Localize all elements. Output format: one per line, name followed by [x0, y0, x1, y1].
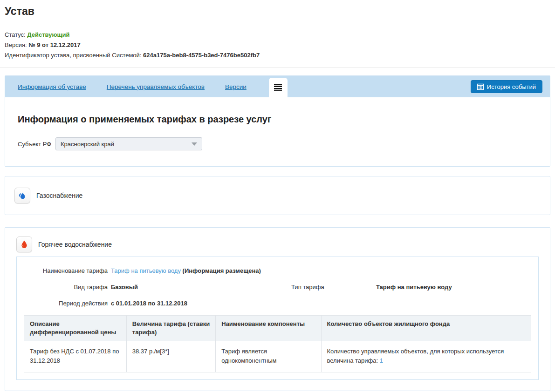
page-title: Устав — [5, 4, 550, 19]
tariff-details-box: Наименование тарифа Тариф на питьевую во… — [16, 257, 539, 380]
tariff-period-label: Период действия — [24, 299, 108, 308]
status-value: Действующий — [27, 31, 69, 38]
status-line: Статус: Действующий — [5, 30, 550, 40]
history-button-label: История событий — [487, 83, 536, 90]
subject-select-value: Красноярский край — [61, 141, 192, 148]
gas-service-toggle[interactable] — [14, 188, 30, 203]
tariff-name-value: Тариф на питьевую воду (Информация разме… — [111, 266, 531, 275]
tariff-name-link[interactable]: Тариф на питьевую воду — [111, 267, 181, 274]
tariff-name-status: (Информация размещена) — [183, 267, 261, 274]
identifier-line: Идентификатор устава, присвоенный Систем… — [5, 50, 550, 61]
hot-water-service-toggle[interactable] — [16, 237, 32, 252]
header-tariff-value: Величина тарифа (ставки тарифа) — [126, 316, 215, 341]
tariff-name-label: Наименование тарифа — [24, 266, 108, 275]
tariff-period-value: с 01.01.2018 по 31.12.2018 — [111, 300, 187, 307]
page-header: Устав — [0, 0, 555, 19]
tab-managed-objects[interactable]: Перечень управляемых объектов — [107, 83, 205, 90]
status-label: Статус: — [5, 31, 26, 38]
tariffs-panel-body: Информация о применяемых тарифах в разре… — [5, 97, 550, 166]
subject-select[interactable]: Красноярский край — [55, 137, 202, 150]
calendar-icon — [477, 83, 484, 90]
list-icon — [274, 84, 282, 91]
cell-tariff-value: 38.37 р./м[3*] — [126, 341, 215, 372]
hot-water-header: Горячее водоснабжение — [16, 237, 539, 252]
service-panel-gas: Газоснабжение — [5, 176, 550, 215]
hot-water-drop-icon — [20, 240, 29, 249]
version-line: Версия: № 9 от 12.12.2017 — [5, 40, 550, 50]
tariffs-section-heading: Информация о применяемых тарифах в разре… — [18, 114, 537, 125]
header-housing-objects: Количество объектов жилищного фонда — [321, 316, 531, 341]
tariff-kind-type-row: Вид тарифа Базовый Тип тарифа Тариф на п… — [24, 283, 531, 291]
subject-field-row: Субъект РФ Красноярский край — [18, 137, 537, 150]
tariff-period-row: Период действия с 01.01.2018 по 31.12.20… — [24, 299, 531, 308]
history-button[interactable]: История событий — [471, 80, 542, 93]
gas-flame-icon — [18, 191, 27, 200]
identifier-label: Идентификатор устава, присвоенный Систем… — [5, 52, 141, 59]
header-component-name: Наименование компоненты — [216, 316, 321, 341]
tariff-type-label: Тип тарифа — [291, 283, 373, 291]
tariff-type-value: Тариф на питьевую воду — [376, 284, 452, 291]
cell-housing-objects: Количество управляемых объектов, для кот… — [321, 341, 531, 372]
objects-count-link[interactable]: 1 — [380, 357, 383, 364]
header-price-description: Описание дифференцированной цены — [24, 316, 127, 341]
tariff-name-row: Наименование тарифа Тариф на питьевую во… — [24, 266, 531, 275]
tariff-table: Описание дифференцированной цены Величин… — [24, 315, 531, 372]
service-panel-hot-water: Горячее водоснабжение Наименование тариф… — [5, 227, 550, 391]
version-value: № 9 от 12.12.2017 — [28, 41, 81, 48]
tab-charter-info[interactable]: Информация об уставе — [18, 83, 86, 90]
tab-versions[interactable]: Версии — [225, 83, 247, 90]
chevron-down-icon — [192, 142, 197, 146]
cell-component-name: Тариф является однокомпонентным — [216, 341, 321, 372]
charter-meta: Статус: Действующий Версия: № 9 от 12.12… — [0, 24, 555, 67]
divider — [0, 67, 555, 68]
cell-price-description: Тариф без НДС с 01.07.2018 по 31.12.2018 — [24, 341, 127, 372]
service-name-gas: Газоснабжение — [36, 192, 82, 199]
service-name-hot-water: Горячее водоснабжение — [38, 241, 112, 248]
subject-label: Субъект РФ — [18, 141, 55, 148]
identifier-value: 624a175a-beb8-4575-b3ed-7476be502fb7 — [143, 52, 260, 59]
objects-count-text: Количество управляемых объектов, для кот… — [327, 348, 504, 364]
tab-tariffs-active[interactable] — [269, 78, 288, 97]
tab-bar: Информация об уставе Перечень управляемы… — [5, 76, 550, 97]
charter-panel: Информация об уставе Перечень управляемы… — [5, 75, 550, 167]
table-header-row: Описание дифференцированной цены Величин… — [24, 316, 531, 341]
tariff-kind-label: Вид тарифа — [24, 283, 108, 291]
tariff-kind-value: Базовый — [111, 284, 138, 291]
table-row: Тариф без НДС с 01.07.2018 по 31.12.2018… — [24, 341, 531, 372]
version-label: Версия: — [5, 41, 27, 48]
